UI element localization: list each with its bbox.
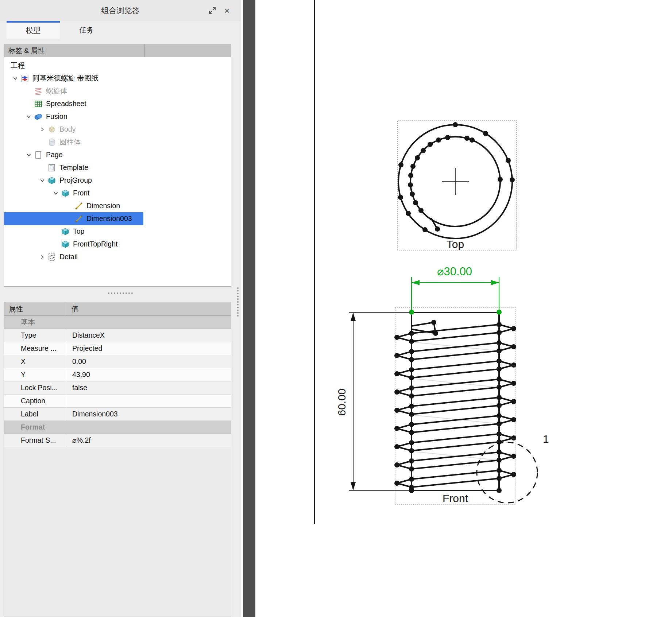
tree-item-project-root[interactable]: 工程: [4, 59, 231, 72]
tree-item-spreadsheet[interactable]: Spreadsheet: [4, 97, 231, 110]
chevron-spacer: [65, 215, 74, 223]
chevron-spacer: [38, 164, 47, 172]
drawing-canvas[interactable]: Top: [255, 0, 672, 617]
tree-item-label: Dimension: [86, 199, 120, 212]
top-view-label: Top: [447, 238, 464, 250]
tree-item-label: Detail: [59, 251, 78, 263]
dimension-icon: [74, 202, 83, 210]
close-icon[interactable]: ×: [223, 6, 231, 15]
front-view-label: Front: [443, 492, 468, 504]
property-value[interactable]: Projected: [67, 342, 231, 355]
tree-item-dimension003[interactable]: Dimension003: [4, 212, 231, 225]
property-group-basic[interactable]: 基本: [4, 316, 231, 329]
chevron-down-icon[interactable]: [38, 176, 47, 185]
property-row-x: X 0.00: [4, 355, 231, 368]
tree-item-label: Page: [46, 148, 63, 161]
tree-item-body[interactable]: Body: [4, 123, 231, 136]
tree-item-label: Body: [59, 123, 76, 136]
tree-item-label: Spreadsheet: [46, 97, 86, 110]
panel-tabs: 模型 任务: [0, 21, 241, 39]
chevron-down-icon[interactable]: [11, 74, 20, 82]
property-label: Type: [4, 329, 67, 342]
property-value[interactable]: ⌀%.2f: [67, 434, 231, 447]
horizontal-splitter[interactable]: [0, 291, 241, 295]
fusion-icon: [34, 112, 43, 121]
combo-view-panel: 组合浏览器 × 模型 任务 标签 & 属性 工程 阿基米德螺旋 带图: [0, 0, 241, 617]
tree-header-label: 标签 & 属性: [8, 47, 45, 54]
top-view[interactable]: Top: [398, 121, 517, 250]
tree-item-front-view[interactable]: Front: [4, 187, 231, 199]
panel-resize-handle[interactable]: [237, 287, 239, 317]
model-tree-panel: 标签 & 属性 工程 阿基米德螺旋 带图纸 螺旋体: [4, 44, 231, 287]
property-value[interactable]: 0.00: [67, 355, 231, 368]
drawing-page-area[interactable]: Top: [255, 0, 672, 617]
property-row-y: Y 43.90: [4, 368, 231, 381]
panel-titlebar: 组合浏览器 ×: [0, 0, 241, 21]
tree-item-template[interactable]: Template: [4, 161, 231, 174]
main-window-splitter[interactable]: [243, 0, 255, 617]
tree-item-top-view[interactable]: Top: [4, 225, 231, 238]
property-label: Lock Posi...: [4, 381, 67, 394]
chevron-spacer: [24, 100, 34, 108]
view-cube-icon: [61, 240, 70, 249]
height-dimension-text[interactable]: 60.00: [336, 388, 348, 416]
property-row-measure-type: Measure ... Projected: [4, 342, 231, 355]
tree-body: 工程 阿基米德螺旋 带图纸 螺旋体: [4, 57, 231, 263]
tree-item-label: 阿基米德螺旋 带图纸: [32, 72, 99, 85]
property-group-format[interactable]: Format: [4, 421, 231, 434]
tree-item-fusion[interactable]: Fusion: [4, 110, 231, 123]
tree-item-projgroup[interactable]: ProjGroup: [4, 174, 231, 187]
tree-item-detail[interactable]: Detail: [4, 251, 231, 263]
property-column-header: 属性: [4, 302, 67, 315]
chevron-down-icon[interactable]: [51, 189, 61, 197]
tree-item-helix[interactable]: 螺旋体: [4, 85, 231, 97]
chevron-spacer: [51, 240, 61, 248]
front-view[interactable]: ⌀30.00 60.00 1 Front: [336, 265, 549, 504]
property-header-row: 属性 值: [4, 302, 231, 316]
chevron-right-icon[interactable]: [38, 125, 47, 133]
chevron-spacer: [24, 87, 34, 95]
property-row-type: Type DistanceX: [4, 329, 231, 342]
chevron-spacer: [38, 138, 47, 146]
chevron-down-icon[interactable]: [24, 113, 34, 121]
property-value[interactable]: [67, 395, 231, 407]
tree-item-label: FrontTopRight: [73, 238, 117, 251]
panel-title: 组合浏览器: [0, 0, 241, 21]
property-editor-panel: 属性 值 基本 Type DistanceX Measure ... Proje…: [4, 302, 231, 617]
diameter-dimension-text[interactable]: ⌀30.00: [437, 265, 472, 278]
helix-icon: [34, 87, 43, 96]
chevron-right-icon[interactable]: [38, 253, 47, 261]
tree-item-label: Fusion: [46, 110, 67, 123]
property-row-caption: Caption: [4, 395, 231, 408]
page-icon: [34, 151, 43, 159]
template-icon: [47, 163, 56, 172]
tree-item-label: 工程: [11, 59, 25, 72]
property-value[interactable]: false: [67, 381, 231, 394]
tree-item-label: 螺旋体: [46, 85, 67, 97]
arrow-up: [351, 313, 356, 321]
tab-model[interactable]: 模型: [7, 21, 60, 39]
projection-group-icon: [47, 176, 56, 185]
tree-item-cylinder[interactable]: 圆柱体: [4, 136, 231, 148]
body-icon: [47, 125, 56, 134]
tab-tasks[interactable]: 任务: [60, 21, 113, 39]
tree-item-dimension[interactable]: Dimension: [4, 199, 231, 212]
cylinder-icon: [47, 138, 56, 147]
arrow-left: [412, 280, 420, 285]
spreadsheet-icon: [34, 100, 43, 108]
detail-view-icon: [47, 253, 56, 261]
property-row-label: Label Dimension003: [4, 408, 231, 421]
property-value[interactable]: 43.90: [67, 368, 231, 381]
tree-item-document[interactable]: 阿基米德螺旋 带图纸: [4, 72, 231, 85]
property-label: Label: [4, 408, 67, 420]
tree-item-label: 圆柱体: [59, 136, 81, 148]
property-row-lock-position: Lock Posi... false: [4, 381, 231, 395]
property-value[interactable]: Dimension003: [67, 408, 231, 420]
dimension-icon: [74, 214, 83, 223]
tree-item-fronttopright-view[interactable]: FrontTopRight: [4, 238, 231, 251]
tree-item-page[interactable]: Page: [4, 148, 231, 161]
property-value[interactable]: DistanceX: [67, 329, 231, 342]
view-cube-icon: [61, 189, 70, 198]
chevron-down-icon[interactable]: [24, 151, 34, 159]
undock-icon[interactable]: [208, 6, 217, 15]
